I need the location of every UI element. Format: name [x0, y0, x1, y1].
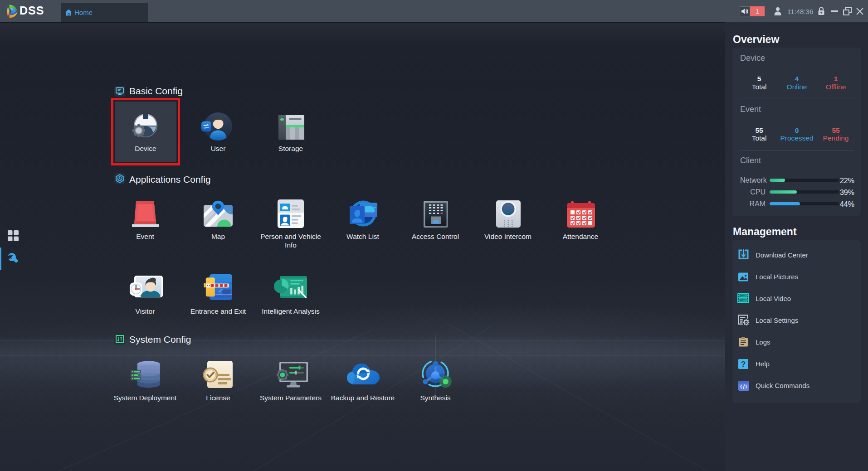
svg-text:?: ? [741, 360, 746, 369]
